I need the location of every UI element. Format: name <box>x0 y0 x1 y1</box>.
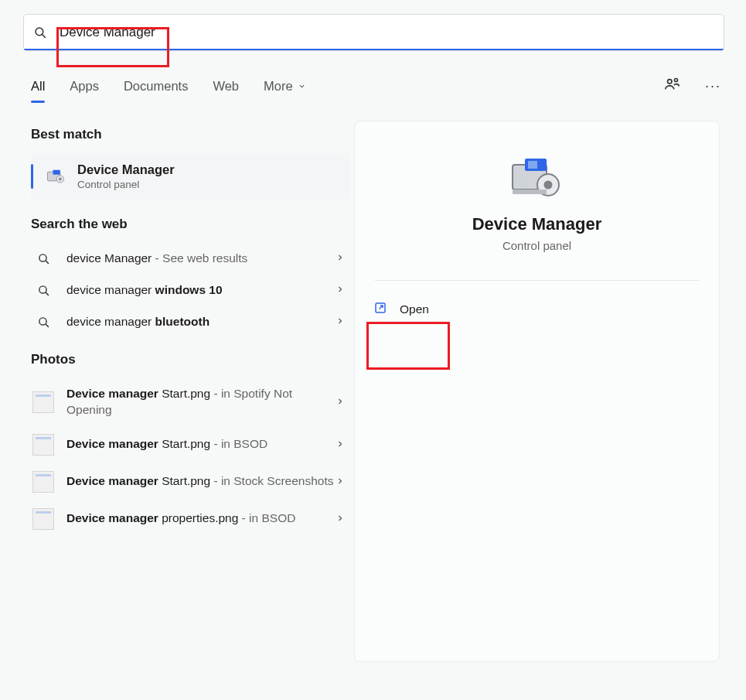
filter-tabs: All Apps Documents Web More ··· <box>14 51 732 104</box>
search-box[interactable] <box>23 14 724 51</box>
file-thumbnail-icon <box>32 391 54 413</box>
preview-app-icon <box>506 149 568 203</box>
tab-web[interactable]: Web <box>213 79 239 94</box>
svg-line-1 <box>43 35 46 38</box>
photo-result-item[interactable]: Device manager Start.png - in Stock Scre… <box>31 463 349 500</box>
search-icon <box>32 284 54 297</box>
open-action[interactable]: Open <box>370 295 703 324</box>
best-match-subtitle: Control panel <box>77 179 175 190</box>
svg-point-3 <box>674 78 677 81</box>
best-match-text: Device Manager Control panel <box>77 162 175 190</box>
best-match-item[interactable]: Device Manager Control panel <box>31 153 349 200</box>
chevron-right-icon <box>336 395 345 409</box>
svg-point-8 <box>39 254 46 261</box>
web-result-item[interactable]: device Manager - See web results <box>31 243 349 275</box>
photo-result-text: Device manager Start.png - in Spotify No… <box>66 386 336 418</box>
file-thumbnail-icon <box>32 508 54 530</box>
photos-results-list: Device manager Start.png - in Spotify No… <box>31 378 349 538</box>
svg-point-2 <box>667 80 672 84</box>
search-icon <box>33 26 47 39</box>
svg-rect-19 <box>513 190 547 194</box>
photos-header: Photos <box>31 352 349 367</box>
preview-divider <box>375 280 699 281</box>
chevron-right-icon <box>336 315 345 329</box>
tab-all[interactable]: All <box>31 79 45 94</box>
svg-line-13 <box>45 324 48 327</box>
tab-more-label: More <box>264 79 293 94</box>
svg-rect-5 <box>53 170 60 175</box>
photo-result-text: Device manager Start.png - in Stock Scre… <box>66 473 336 490</box>
svg-point-10 <box>39 286 46 293</box>
results-area: Best match Device Manager Control panel … <box>14 104 732 662</box>
file-thumbnail-icon <box>32 434 54 456</box>
web-result-text: device manager bluetooth <box>66 314 336 330</box>
chevron-right-icon <box>336 475 345 489</box>
search-icon <box>32 252 54 265</box>
chevron-right-icon <box>336 438 345 452</box>
svg-point-0 <box>36 28 43 36</box>
preview-pane: Device Manager Control panel Open <box>354 121 720 662</box>
chevron-right-icon <box>336 283 345 297</box>
open-external-icon <box>373 301 387 318</box>
search-flyout: All Apps Documents Web More ··· Best mat… <box>0 0 746 700</box>
chevron-right-icon <box>336 512 345 526</box>
photo-result-text: Device manager Start.png - in BSOD <box>66 436 336 452</box>
search-input[interactable] <box>58 24 714 41</box>
best-match-title: Device Manager <box>77 162 175 177</box>
organization-search-icon[interactable] <box>663 76 680 96</box>
chevron-right-icon <box>336 251 345 265</box>
best-match-header: Best match <box>31 127 349 142</box>
svg-rect-16 <box>528 161 537 169</box>
photo-result-item[interactable]: Device manager Start.png - in Spotify No… <box>31 378 349 426</box>
web-result-item[interactable]: device manager windows 10 <box>31 275 349 306</box>
tab-documents[interactable]: Documents <box>124 79 188 94</box>
tab-apps[interactable]: Apps <box>70 79 99 94</box>
svg-line-9 <box>45 261 48 264</box>
svg-point-12 <box>39 318 46 325</box>
open-label: Open <box>400 302 429 316</box>
web-result-text: device Manager - See web results <box>66 251 336 267</box>
svg-point-18 <box>543 181 552 190</box>
photo-result-text: Device manager properties.png - in BSOD <box>66 510 336 527</box>
preview-subtitle: Control panel <box>370 239 703 252</box>
svg-line-11 <box>45 292 48 295</box>
search-web-header: Search the web <box>31 217 349 232</box>
results-left-column: Best match Device Manager Control panel … <box>14 121 354 662</box>
more-options-icon[interactable]: ··· <box>705 78 721 94</box>
search-icon <box>32 316 54 329</box>
photo-result-item[interactable]: Device manager properties.png - in BSOD <box>31 500 349 538</box>
device-manager-icon <box>45 166 66 187</box>
chevron-down-icon <box>298 82 306 90</box>
web-results-list: device Manager - See web resultsdevice m… <box>31 243 349 338</box>
svg-point-7 <box>59 177 62 180</box>
web-result-item[interactable]: device manager bluetooth <box>31 306 349 338</box>
file-thumbnail-icon <box>32 471 54 493</box>
photo-result-item[interactable]: Device manager Start.png - in BSOD <box>31 426 349 463</box>
web-result-text: device manager windows 10 <box>66 282 336 299</box>
tab-more[interactable]: More <box>264 79 306 94</box>
preview-title: Device Manager <box>370 214 703 234</box>
